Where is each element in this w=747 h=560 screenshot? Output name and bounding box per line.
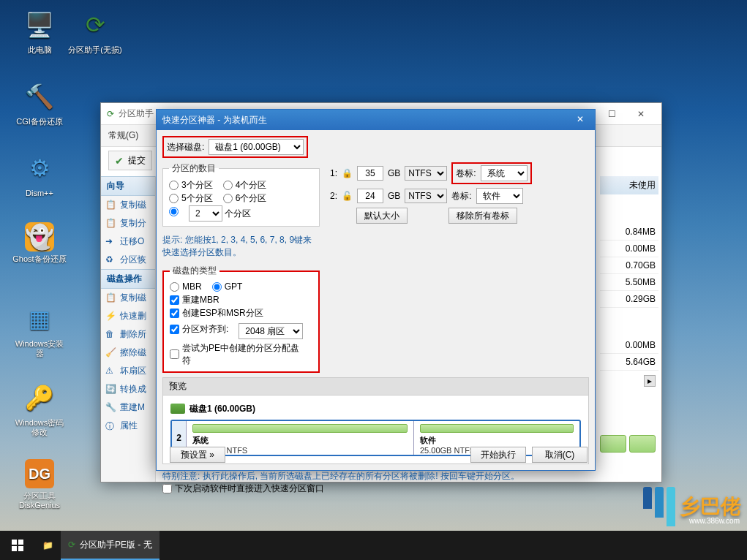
sidebar-item[interactable]: 🔄转换成 xyxy=(101,380,155,398)
dialog-titlebar[interactable]: 快速分区神器 - 为装机而生 ✕ xyxy=(157,110,595,130)
app-icon: ⟳ xyxy=(68,540,75,550)
size-value: 0.29GB xyxy=(600,291,658,308)
scroll-right-icon[interactable]: ▸ xyxy=(644,375,656,387)
rebuild-icon: 🔧 xyxy=(105,402,117,414)
cb-align[interactable]: 分区对齐到: xyxy=(170,323,228,336)
sidebar-item[interactable]: 🗑删除所 xyxy=(101,325,155,344)
size-value: 0.70GB xyxy=(600,257,658,274)
radio-gpt[interactable]: GPT xyxy=(212,281,243,292)
partition-icon: ⟳ xyxy=(78,7,113,42)
lock-icon[interactable]: 🔓 xyxy=(342,191,353,201)
chevron-icon: » xyxy=(209,450,214,460)
copy-icon: 📋 xyxy=(105,218,117,230)
installer-icon: ▦ xyxy=(22,301,57,336)
select-disk-dropdown[interactable]: 磁盘1 (60.00GB) xyxy=(209,139,304,155)
size-input-2[interactable] xyxy=(357,189,383,203)
wipe-icon: 🧹 xyxy=(105,347,117,359)
apply-button[interactable]: ✔提交 xyxy=(108,151,152,170)
partition-thumbs xyxy=(600,435,658,453)
props-icon: ⓘ xyxy=(105,420,117,432)
sidebar-item[interactable]: 🔧重建M xyxy=(101,398,155,417)
preset-button[interactable]: 预设置 » xyxy=(170,447,225,463)
ghost-icon: 👻 xyxy=(25,222,54,251)
partition-row-2: 2: 🔓 GB NTFS 卷标: 软件 xyxy=(327,188,589,204)
sidebar-item[interactable]: ⚠坏扇区 xyxy=(101,362,155,380)
desktop-icon-dg[interactable]: DG分区工具DiskGenius xyxy=(12,459,67,510)
cancel-button[interactable]: 取消(C) xyxy=(532,447,588,463)
start-button[interactable] xyxy=(0,531,35,560)
radio-custom[interactable] xyxy=(169,207,179,216)
partition-thumb[interactable] xyxy=(600,435,626,453)
app-icon: ⟳ xyxy=(107,109,114,119)
sidebar-item[interactable]: ⓘ属性 xyxy=(101,417,155,435)
desktop-icon-pa[interactable]: ⟳分区助手(无损) xyxy=(67,7,123,55)
delete-icon: 🗑 xyxy=(105,329,117,341)
radio-3[interactable]: 3个分区 xyxy=(169,179,213,192)
sidebar-item[interactable]: ⚡快速删 xyxy=(101,307,155,325)
taskbar: 📁 ⟳分区助手PE版 - 无 xyxy=(0,531,747,560)
partition-row-1: 1: 🔒 GB NTFS 卷标: 系统 xyxy=(327,162,589,184)
desktop-icon-pwd[interactable]: 🔑Windows密码修改 xyxy=(12,380,67,437)
maximize-button[interactable]: ☐ xyxy=(597,104,626,124)
check-icon: ✔ xyxy=(115,155,124,167)
sidebar-item[interactable]: 📋复制分 xyxy=(101,214,155,232)
lock-icon[interactable]: 🔒 xyxy=(342,168,353,178)
svg-rect-2 xyxy=(12,546,17,551)
radio-4[interactable]: 4个分区 xyxy=(223,179,267,192)
volume-select-1[interactable]: 系统 xyxy=(481,165,528,181)
sidebar-item[interactable]: 🧹擦除磁 xyxy=(101,344,155,362)
disk-name: 磁盘1 (60.00GB) xyxy=(189,403,255,415)
copy-icon: 📋 xyxy=(105,292,117,304)
radio-6[interactable]: 6个分区 xyxy=(223,192,267,205)
sidebar-item[interactable]: 📋复制磁 xyxy=(101,196,155,214)
custom-count-select[interactable]: 2 xyxy=(189,205,222,222)
close-button[interactable]: ✕ xyxy=(626,104,656,124)
cb-rebuild-mbr[interactable]: 重建MBR xyxy=(170,294,219,306)
sidebar-header-wizard: 向导 xyxy=(101,176,155,196)
remove-labels-button[interactable]: 移除所有卷标 xyxy=(448,208,517,224)
start-button[interactable]: 开始执行 xyxy=(470,447,526,463)
svg-rect-0 xyxy=(12,540,17,545)
align-select[interactable]: 2048 扇区 xyxy=(239,323,303,339)
desktop-icon-ghost[interactable]: 👻Ghost备份还原 xyxy=(12,222,67,264)
cb-auto-open[interactable]: 下次启动软件时直接进入快速分区窗口 xyxy=(162,483,324,495)
cb-esp-msr[interactable]: 创建ESP和MSR分区 xyxy=(170,307,263,319)
sidebar-item[interactable]: 📋复制磁 xyxy=(101,289,155,307)
dialog-title: 快速分区神器 - 为装机而生 xyxy=(162,114,571,126)
radio-5[interactable]: 5个分区 xyxy=(169,192,213,205)
size-value: 0.84MB xyxy=(600,224,658,241)
fs-select-1[interactable]: NTFS xyxy=(405,166,447,181)
cb-pe-letter[interactable]: 尝试为PE中创建的分区分配盘符 xyxy=(170,342,302,367)
desktop-icon-cgi[interactable]: 🔨CGI备份还原 xyxy=(12,79,67,126)
hammer-icon: 🔨 xyxy=(22,79,57,114)
watermark-url: www.386w.com xyxy=(689,517,740,525)
radio-mbr[interactable]: MBR xyxy=(170,281,202,292)
recover-icon: ♻ xyxy=(105,254,117,266)
copy-icon: 📋 xyxy=(105,200,117,211)
svg-rect-3 xyxy=(18,546,23,551)
key-icon: 🔑 xyxy=(22,380,57,415)
hint-text: 提示: 您能按1, 2, 3, 4, 5, 6, 7, 8, 9键来快速选择分区… xyxy=(162,231,320,265)
migrate-icon: ➜ xyxy=(105,236,117,248)
volume-label-1-group: 卷标: 系统 xyxy=(451,162,531,184)
desktop-icon-dism[interactable]: ⚙Dism++ xyxy=(12,151,67,198)
taskbar-explorer[interactable]: 📁 xyxy=(35,531,61,560)
fs-select-2[interactable]: NTFS xyxy=(405,189,447,203)
default-size-button[interactable]: 默认大小 xyxy=(356,208,408,224)
volume-select-2[interactable]: 软件 xyxy=(476,188,523,204)
size-input-1[interactable] xyxy=(357,166,383,181)
sidebar-item[interactable]: ➜迁移O xyxy=(101,232,155,251)
taskbar-app[interactable]: ⟳分区助手PE版 - 无 xyxy=(61,531,159,560)
size-value: 5.64GB xyxy=(600,354,658,371)
folder-icon: 📁 xyxy=(42,540,53,550)
delete-icon: ⚡ xyxy=(105,311,117,322)
partition-thumb[interactable] xyxy=(629,435,656,453)
gear-icon: ⚙ xyxy=(22,151,57,186)
dialog-footer: 预设置 » 开始执行 取消(C) xyxy=(164,447,588,463)
desktop-icon-this-pc[interactable]: 🖥️此电脑 xyxy=(12,7,67,55)
desktop-icon-wininst[interactable]: ▦Windows安装器 xyxy=(12,301,67,358)
dialog-close-button[interactable]: ✕ xyxy=(571,113,589,127)
sidebar-item[interactable]: ♻分区恢 xyxy=(101,251,155,269)
size-value: 0.00MB xyxy=(600,337,658,354)
menu-general[interactable]: 常规(G) xyxy=(108,129,138,142)
